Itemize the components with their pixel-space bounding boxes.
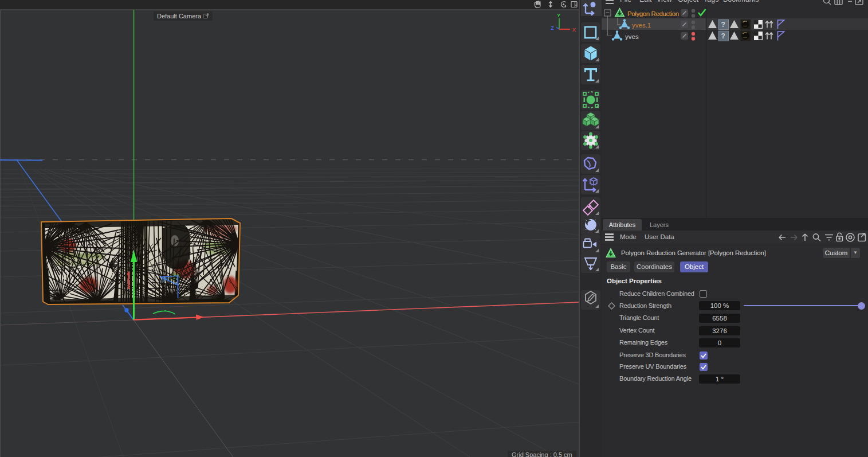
svg-text:Polygon Reduction: Polygon Reduction [627,10,679,17]
svg-text:Z: Z [551,25,554,31]
svg-text:Y: Y [557,12,561,18]
svg-text:yves: yves [625,33,639,40]
svg-text:yves.1: yves.1 [632,22,651,29]
svg-text:?: ? [721,32,725,40]
svg-text:?: ? [721,21,725,29]
svg-text:X: X [572,26,576,33]
